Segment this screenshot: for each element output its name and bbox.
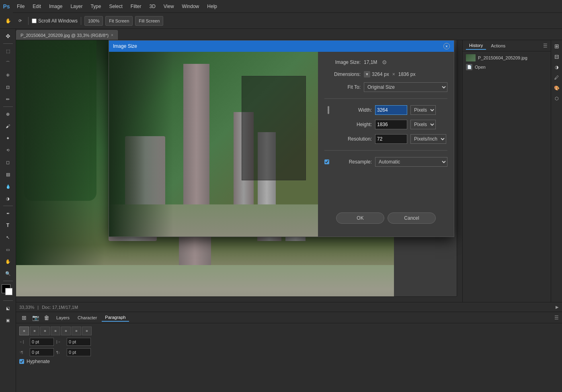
horizontal-scrollbar[interactable] <box>16 296 457 302</box>
menu-type[interactable]: Type <box>86 0 105 12</box>
heal-tool[interactable]: ⊕ <box>2 108 14 120</box>
camera-icon[interactable]: 📷 <box>31 313 40 323</box>
justify-all-button[interactable]: ≡ <box>82 327 92 335</box>
resolution-input[interactable] <box>375 134 407 144</box>
document-tab[interactable]: P_20150604_205209.jpg @ 33,3% (RGB/8*) × <box>16 30 118 40</box>
height-unit-select[interactable]: Pixels <box>410 120 436 129</box>
vertical-scrollbar[interactable] <box>457 40 462 296</box>
height-input[interactable] <box>375 120 407 129</box>
blur-tool[interactable]: 💧 <box>2 181 14 192</box>
panel-menu-icon[interactable]: ☰ <box>543 43 548 49</box>
space-before-input[interactable] <box>30 348 54 356</box>
cancel-button[interactable]: Cancel <box>388 212 436 224</box>
hand-tool[interactable]: ✋ <box>2 256 14 267</box>
move-tool[interactable]: ✥ <box>2 31 14 42</box>
background-color[interactable] <box>5 288 12 295</box>
text-tool[interactable]: T <box>2 220 14 231</box>
justify-center-button[interactable]: ≡ <box>61 327 71 335</box>
new-layer-icon[interactable]: ⊞ <box>19 313 29 323</box>
paragraph-align-row: ≡ ≡ ≡ ≡ ≡ ≡ ≡ <box>19 327 559 335</box>
align-right-button[interactable]: ≡ <box>40 327 50 335</box>
layers-tab[interactable]: Layers <box>53 314 73 321</box>
adjustments-icon[interactable]: ◑ <box>552 63 561 71</box>
stamp-tool[interactable]: ✦ <box>2 133 14 144</box>
width-unit-select[interactable]: Pixels <box>410 105 436 115</box>
screen-mode-tool[interactable]: ▣ <box>2 314 14 326</box>
scroll-all-check[interactable]: Scroll All Windows <box>32 18 78 24</box>
zoom-tool[interactable]: 🔍 <box>2 268 14 279</box>
resolution-unit-select[interactable]: Pixels/Inch <box>410 134 446 144</box>
justify-left-button[interactable]: ≡ <box>51 327 60 335</box>
menu-image[interactable]: Image <box>45 0 66 12</box>
eraser-tool[interactable]: ◻ <box>2 157 14 168</box>
resample-select[interactable]: Automatic Preserve Details Bicubic Smoot… <box>375 157 447 167</box>
menu-filter[interactable]: Filter <box>127 0 146 12</box>
zoom-input[interactable]: 100% <box>84 16 103 26</box>
character-tab[interactable]: Character <box>74 314 100 321</box>
resample-label: Resample: <box>336 159 372 165</box>
scroll-all-checkbox[interactable] <box>32 18 37 23</box>
dimensions-x: × <box>392 71 395 77</box>
controls-spacer <box>324 172 447 203</box>
history-thumbnail-item[interactable]: P_20150604_205209.jpg <box>464 53 549 63</box>
hyphenate-checkbox[interactable] <box>19 359 24 364</box>
dialog-close-button[interactable]: × <box>443 43 450 49</box>
fill-screen-button[interactable]: Fill Screen <box>135 16 163 26</box>
hand-tool-icon[interactable]: ✋ <box>3 16 13 26</box>
channels-icon[interactable]: ⊞ <box>552 42 561 51</box>
menu-help[interactable]: Help <box>203 0 221 12</box>
layers-panel-icon[interactable]: ⊟ <box>552 52 561 61</box>
settings-icon[interactable]: ⚙ <box>380 58 388 66</box>
menu-3d[interactable]: 3D <box>145 0 159 12</box>
ok-button[interactable]: OK <box>336 212 384 224</box>
menu-layer[interactable]: Layer <box>66 0 86 12</box>
resample-row: Resample: Automatic Preserve Details Bic… <box>324 157 447 167</box>
eyedropper-tool[interactable]: ✏ <box>2 94 14 105</box>
fit-screen-button[interactable]: Fit Screen <box>105 16 133 26</box>
brush-tool[interactable]: 🖌 <box>2 120 14 132</box>
marquee-tool[interactable]: ⬚ <box>2 45 14 57</box>
lasso-tool[interactable]: ⌒ <box>2 57 14 69</box>
pen-tool[interactable]: ✒ <box>2 208 14 219</box>
history-brush-tool[interactable]: ⟲ <box>2 145 14 156</box>
align-left-button[interactable]: ≡ <box>19 327 29 335</box>
scroll-right-icon[interactable]: ▶ <box>556 305 559 309</box>
crop-tool[interactable]: ⊡ <box>2 82 14 93</box>
menu-window[interactable]: Window <box>178 0 203 12</box>
dimensions-dropdown-icon[interactable]: ▼ <box>364 71 370 78</box>
menu-edit[interactable]: Edit <box>29 0 45 12</box>
menu-select[interactable]: Select <box>105 0 126 12</box>
shape-tool[interactable]: ▭ <box>2 244 14 255</box>
indent-left-input[interactable] <box>30 338 54 346</box>
path-select-tool[interactable]: ↖ <box>2 232 14 243</box>
dodge-tool[interactable]: ◑ <box>2 193 14 204</box>
gradient-tool[interactable]: ▤ <box>2 169 14 180</box>
3d-icon[interactable]: ⬡ <box>552 94 561 103</box>
tab-close-icon[interactable]: × <box>111 33 113 37</box>
justify-right-button[interactable]: ≡ <box>72 327 81 335</box>
bottom-panel-menu-icon[interactable]: ☰ <box>554 315 559 321</box>
space-after-input[interactable] <box>67 348 91 356</box>
foreground-color[interactable] <box>2 284 10 293</box>
color-icon[interactable]: 🎨 <box>552 84 561 92</box>
width-input[interactable] <box>375 105 407 115</box>
indent-right-input[interactable] <box>67 338 91 346</box>
paragraph-tab[interactable]: Paragraph <box>102 314 129 322</box>
quick-mask-tool[interactable]: ⬕ <box>2 302 14 314</box>
history-open-item[interactable]: 📄 Open <box>464 63 549 71</box>
fit-to-select[interactable]: Original Size Custom <box>364 82 447 92</box>
brush-preset-icon[interactable]: 🖊 <box>552 73 561 82</box>
tool-separator-1 <box>3 43 13 44</box>
indent-right-icon: |→ <box>56 340 64 344</box>
quick-select-tool[interactable]: ⁜ <box>2 69 14 81</box>
height-row: Height: Pixels <box>324 120 447 129</box>
rotate-icon[interactable]: ⟳ <box>15 16 25 26</box>
color-swatches[interactable] <box>2 284 14 297</box>
menu-file[interactable]: File <box>13 0 29 12</box>
actions-tab[interactable]: Actions <box>488 42 509 49</box>
resample-checkbox[interactable] <box>324 159 329 164</box>
trash-icon[interactable]: 🗑 <box>42 313 51 323</box>
align-center-button[interactable]: ≡ <box>30 327 39 335</box>
menu-view[interactable]: View <box>160 0 178 12</box>
history-tab[interactable]: History <box>466 42 486 50</box>
